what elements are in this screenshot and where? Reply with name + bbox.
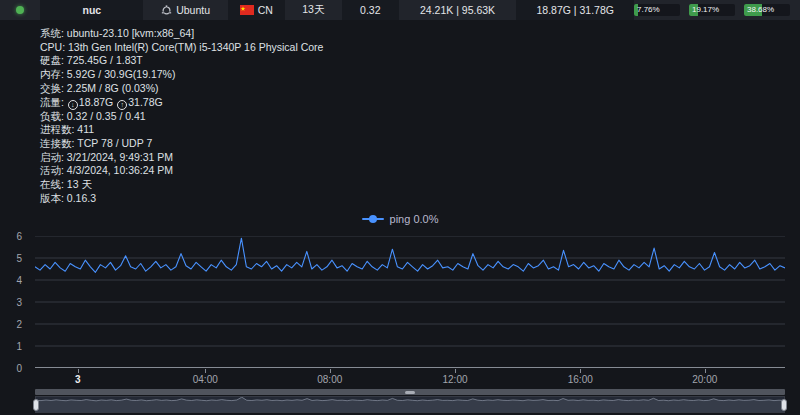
status-cell (0, 0, 40, 20)
cn-flag-icon (240, 5, 254, 15)
y-tick-label: 1 (0, 341, 22, 352)
x-axis-labels: 304:0008:0012:0016:0020:00 (35, 374, 785, 388)
info-load: 负载: 0.32 / 0.35 / 0.41 (40, 110, 323, 124)
network-speed-cell: 24.21K | 95.63K (399, 0, 517, 20)
y-tick-label: 5 (0, 253, 22, 264)
info-memory: 内存: 5.92G / 30.9G(19.17%) (40, 68, 323, 82)
y-axis-labels: 0123456 (0, 230, 30, 374)
y-tick-label: 2 (0, 319, 22, 330)
datazoom-right-handle[interactable] (781, 399, 787, 411)
x-axis-tick (205, 369, 206, 373)
chart-legend-ping[interactable]: ping 0.0% (0, 213, 800, 225)
info-system: 系统: ubuntu-23.10 [kvm:x86_64] (40, 27, 323, 41)
ping-chart-canvas[interactable] (35, 236, 785, 368)
traffic-total-cell: 18.87G | 31.78G (516, 0, 634, 20)
x-tick-label: 08:00 (317, 374, 342, 385)
x-tick-label: 12:00 (442, 374, 467, 385)
upload-icon: ↑ (117, 100, 127, 110)
region-cell: CN (228, 0, 285, 20)
x-tick-label: 04:00 (193, 374, 218, 385)
info-swap: 交换: 2.25M / 8G (0.03%) (40, 82, 323, 96)
server-detail-panel: 系统: ubuntu-23.10 [kvm:x86_64] CPU: 13th … (40, 27, 323, 205)
y-tick-label: 6 (0, 231, 22, 242)
load-cell: 0.32 (342, 0, 399, 20)
datazoom-move-handle[interactable] (35, 389, 785, 395)
info-traffic: 流量: ↓18.87G ↑31.78G (40, 96, 323, 110)
os-cell: Ubuntu (143, 0, 228, 20)
info-connections: 连接数: TCP 78 / UDP 7 (40, 137, 323, 151)
ubuntu-logo-icon (161, 5, 172, 16)
server-status-row[interactable]: nuc Ubuntu CN 13天 0.32 24.21K | 95.63K 1… (0, 0, 800, 20)
info-online-duration: 在线: 13 天 (40, 178, 323, 192)
x-axis-tick (78, 369, 79, 373)
x-tick-label: 20:00 (692, 374, 717, 385)
y-tick-label: 0 (0, 363, 22, 374)
region-label: CN (258, 4, 273, 16)
traffic-up-value: 31.78G (128, 96, 162, 108)
os-label: Ubuntu (176, 4, 210, 16)
hostname[interactable]: nuc (40, 0, 143, 20)
info-active-time: 活动: 4/3/2024, 10:36:24 PM (40, 164, 323, 178)
x-tick-label: 16:00 (568, 374, 593, 385)
x-axis-tick (330, 369, 331, 373)
info-cpu: CPU: 13th Gen Intel(R) Core(TM) i5-1340P… (40, 41, 323, 55)
datazoom-selected-range (36, 397, 784, 412)
x-axis-tick (455, 369, 456, 373)
online-status-icon (16, 6, 24, 14)
datazoom-grip-icon (405, 391, 415, 394)
x-axis-tick (705, 369, 706, 373)
traffic-down-value: 18.87G (79, 96, 113, 108)
y-tick-label: 4 (0, 275, 22, 286)
gauge-cpu: 7.76% (634, 4, 680, 16)
x-tick-label: 3 (75, 374, 81, 385)
datazoom-left-handle[interactable] (33, 399, 39, 411)
info-processes: 进程数: 411 (40, 123, 323, 137)
gauge-disk: 38.68% (744, 4, 790, 16)
legend-label: ping 0.0% (390, 213, 439, 225)
gauge-group: 7.76%19.17%38.68% (634, 4, 800, 16)
legend-line-marker-icon (362, 215, 384, 223)
info-boot-time: 启动: 3/21/2024, 9:49:31 PM (40, 151, 323, 165)
download-icon: ↓ (68, 100, 78, 110)
uptime-cell: 13天 (285, 0, 342, 20)
y-tick-label: 3 (0, 297, 22, 308)
datazoom-slider[interactable] (35, 396, 785, 413)
gauge-memory: 19.17% (689, 4, 735, 16)
x-axis-tick (580, 369, 581, 373)
info-version: 版本: 0.16.3 (40, 192, 323, 206)
info-disk: 硬盘: 725.45G / 1.83T (40, 54, 323, 68)
